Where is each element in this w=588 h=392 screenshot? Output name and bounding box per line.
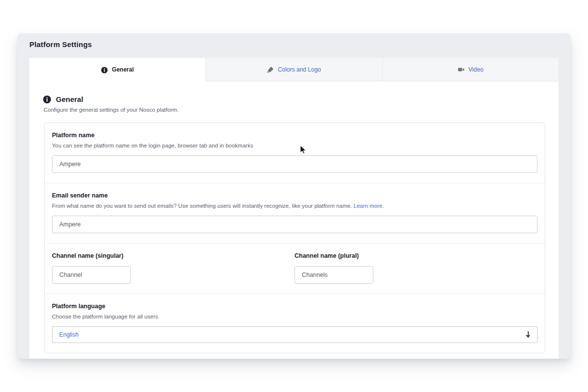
platform-language-selected-value: English	[59, 331, 78, 338]
tab-bar: General Colors and Logo Video	[29, 58, 559, 81]
tab-colors-and-logo-label: Colors and Logo	[278, 66, 321, 73]
email-sender-name-help-text: From what name do you want to send out e…	[52, 203, 352, 209]
tab-content-general: General Configure the general settings o…	[29, 81, 559, 353]
channel-name-plural-label: Channel name (plural)	[294, 252, 500, 259]
platform-language-label: Platform language	[52, 303, 538, 310]
tab-video-label: Video	[468, 66, 483, 73]
tab-general[interactable]: General	[29, 58, 205, 81]
page: Platform Settings General Colors and Log…	[0, 0, 588, 392]
info-icon	[101, 66, 108, 73]
channel-name-singular-input[interactable]	[52, 266, 131, 284]
channel-name-singular-label: Channel name (singular)	[52, 252, 294, 259]
email-sender-name-input[interactable]	[52, 216, 538, 233]
tab-general-label: General	[112, 66, 134, 73]
platform-language-select[interactable]: English	[52, 326, 538, 343]
channel-name-singular-group: Channel name (singular)	[52, 252, 294, 284]
info-icon	[43, 96, 51, 103]
email-sender-name-label: Email sender name	[52, 192, 538, 199]
general-settings-form: Platform name You can see the platform n…	[44, 122, 545, 353]
email-sender-name-help: From what name do you want to send out e…	[52, 203, 538, 209]
settings-window: Platform Settings General Colors and Log…	[18, 33, 570, 359]
paint-icon	[267, 66, 274, 73]
learn-more-link[interactable]: Learn more.	[354, 203, 384, 209]
settings-card: General Colors and Logo Video	[29, 58, 559, 359]
field-platform-language: Platform language Choose the platform la…	[45, 294, 545, 353]
channel-name-plural-input[interactable]	[294, 266, 373, 284]
channel-name-plural-group: Channel name (plural)	[294, 252, 500, 284]
section-header: General	[43, 95, 545, 103]
platform-name-help: You can see the platform name on the log…	[52, 143, 538, 148]
field-platform-name: Platform name You can see the platform n…	[45, 123, 545, 183]
section-subtitle: Configure the general settings of your N…	[44, 107, 545, 113]
page-title: Platform Settings	[29, 40, 92, 49]
field-channel-names: Channel name (singular) Channel name (pl…	[45, 243, 545, 294]
platform-name-input[interactable]	[52, 155, 538, 173]
video-camera-icon	[458, 66, 465, 73]
section-title: General	[56, 95, 83, 103]
chevron-down-icon	[525, 331, 531, 339]
tab-video[interactable]: Video	[382, 58, 559, 81]
platform-name-label: Platform name	[52, 132, 538, 139]
platform-language-help: Choose the platform language for all use…	[52, 314, 538, 319]
field-email-sender-name: Email sender name From what name do you …	[45, 183, 545, 243]
tab-colors-and-logo[interactable]: Colors and Logo	[205, 58, 382, 81]
